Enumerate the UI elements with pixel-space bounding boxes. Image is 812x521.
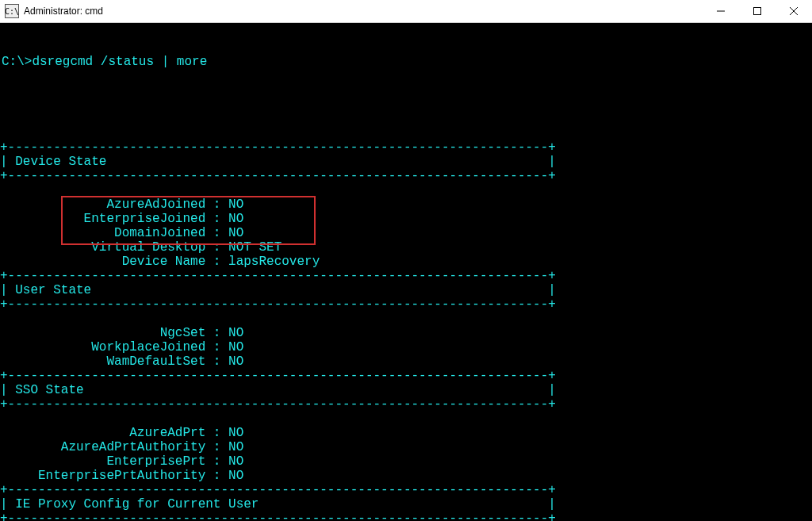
cmd-window: C:\ Administrator: cmd C:\>dsregcmd /sta…: [0, 0, 812, 521]
titlebar[interactable]: C:\ Administrator: cmd: [0, 0, 812, 23]
section-body: +---------------------------------------…: [0, 369, 812, 483]
command-prompt-line: C:\>dsregcmd /status | more: [0, 55, 812, 69]
section-body: +---------------------------------------…: [0, 483, 812, 521]
window-title: Administrator: cmd: [24, 6, 103, 17]
close-button[interactable]: [776, 0, 812, 22]
section-sso-state: +---------------------------------------…: [0, 369, 812, 483]
section-ie-proxy-config-for-current-user: +---------------------------------------…: [0, 483, 812, 521]
maximize-button[interactable]: [739, 0, 776, 22]
section-body: +---------------------------------------…: [0, 269, 812, 369]
cmd-icon: C:\: [5, 4, 19, 18]
section-device-state: +---------------------------------------…: [0, 140, 812, 269]
section-body: +---------------------------------------…: [0, 140, 812, 269]
section-user-state: +---------------------------------------…: [0, 269, 812, 369]
svg-rect-1: [754, 8, 761, 15]
minimize-button[interactable]: [703, 0, 739, 22]
blank-line: [0, 98, 812, 112]
terminal-output[interactable]: C:\>dsregcmd /status | more +-----------…: [0, 23, 812, 521]
